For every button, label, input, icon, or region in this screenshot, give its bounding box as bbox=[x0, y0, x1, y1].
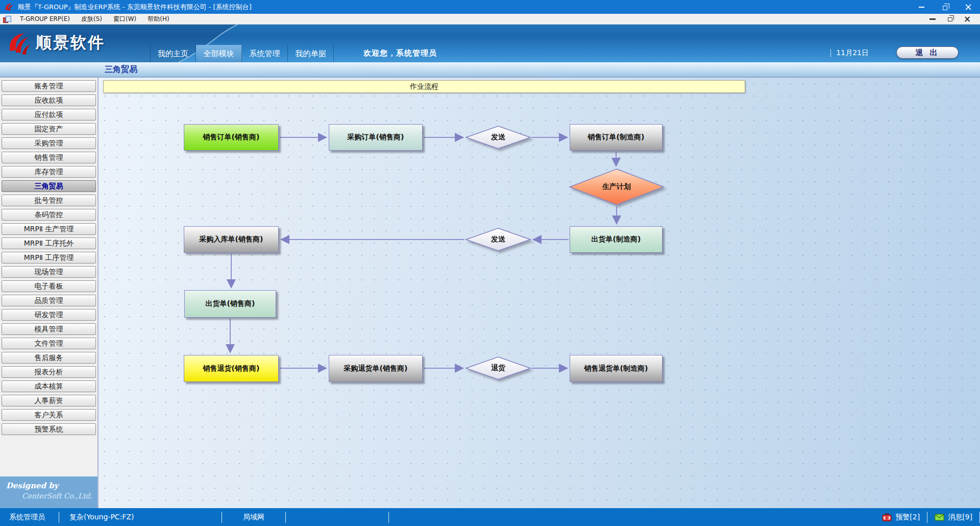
window-restore-button[interactable] bbox=[933, 0, 957, 14]
flow-node-production-plan[interactable]: 生产计划 bbox=[569, 169, 664, 205]
date-display: 11月21日 bbox=[830, 49, 869, 58]
status-empty-segment bbox=[286, 512, 389, 523]
minimize-icon bbox=[919, 7, 924, 8]
close-icon: × bbox=[964, 2, 972, 12]
date-text: 11月21日 bbox=[836, 49, 869, 58]
tab-my-documents[interactable]: 我的单据 bbox=[288, 45, 334, 62]
flow-node-purchase-receipt-seller[interactable]: 采购入库单(销售商) bbox=[184, 226, 279, 253]
status-message-label: 消息[9] bbox=[948, 513, 972, 522]
mdi-minimize-button[interactable] bbox=[924, 14, 941, 24]
menu-skin[interactable]: 皮肤(S) bbox=[76, 14, 108, 24]
status-message-button[interactable]: 消息[9] bbox=[927, 512, 980, 523]
sidebar-item-16[interactable]: 品质管理 bbox=[2, 295, 96, 306]
status-machine: 复杂(Young-PC:FZ) bbox=[59, 512, 222, 523]
flow-node-return-1[interactable]: 退货 bbox=[465, 356, 531, 380]
window-minimize-button[interactable] bbox=[910, 0, 933, 14]
status-alert-button[interactable]: 预警[2] bbox=[875, 512, 927, 523]
flow-node-sales-return-manufacturer[interactable]: 销售退货单(制造商) bbox=[570, 355, 663, 382]
sidebar-item-1[interactable]: 账务管理 bbox=[2, 80, 96, 92]
mdi-close-button[interactable]: × bbox=[959, 14, 976, 24]
credit-line-2: CenterSoft Co.,Ltd. bbox=[0, 492, 97, 500]
envelope-icon bbox=[935, 514, 944, 521]
sidebar-item-8[interactable]: 三角贸易 bbox=[2, 180, 96, 192]
flow-node-label: 销售订单(销售商) bbox=[203, 133, 260, 142]
brand-swoosh-icon bbox=[7, 31, 32, 55]
menu-window[interactable]: 窗口(W) bbox=[108, 14, 142, 24]
flow-node-label: 出货单(制造商) bbox=[592, 235, 641, 244]
status-user: 系统管理员 bbox=[0, 512, 59, 523]
tab-my-home[interactable]: 我的主页 bbox=[150, 45, 196, 62]
brand-logo: 顺景软件 bbox=[7, 31, 105, 55]
flow-node-label: 销售退货(销售商) bbox=[203, 364, 260, 373]
menu-tgroup-erp[interactable]: T-GROUP ERP(E) bbox=[14, 14, 76, 24]
flow-node-label: 采购订单(销售商) bbox=[348, 133, 404, 142]
sidebar-item-18[interactable]: 模具管理 bbox=[2, 323, 96, 335]
flow-node-purchase-order-seller[interactable]: 采购订单(销售商) bbox=[329, 124, 423, 151]
window-titlebar: 顺景『T-GROUP』制造业ERP系统 - 东莞顺景软件科技有限公司 - [系统… bbox=[0, 0, 980, 14]
workflow-panel: 作业流程 销售订单(销售商)采购订单(销售商) 发送销售订单(制造商) 生产计划… bbox=[99, 78, 980, 508]
erp-application-window: 顺景『T-GROUP』制造业ERP系统 - 东莞顺景软件科技有限公司 - [系统… bbox=[0, 0, 980, 526]
module-sidebar: 账务管理应收款项应付款项固定资产采购管理销售管理库存管理三角贸易批号管控条码管控… bbox=[0, 78, 99, 508]
sidebar-item-7[interactable]: 库存管理 bbox=[2, 166, 96, 178]
sidebar-item-21[interactable]: 报表分析 bbox=[2, 366, 96, 378]
sidebar-item-25[interactable]: 预警系统 bbox=[2, 423, 96, 435]
sidebar-item-5[interactable]: 采购管理 bbox=[2, 137, 96, 149]
flow-node-label: 采购退货单(销售商) bbox=[344, 364, 408, 373]
flow-node-label: 出货单(销售商) bbox=[206, 299, 255, 308]
breadcrumb: 三角贸易 bbox=[105, 64, 137, 74]
sidebar-item-6[interactable]: 销售管理 bbox=[2, 152, 96, 163]
sidebar-item-14[interactable]: 现场管理 bbox=[2, 266, 96, 278]
content-area: 账务管理应收款项应付款项固定资产采购管理销售管理库存管理三角贸易批号管控条码管控… bbox=[0, 78, 980, 508]
sidebar-item-10[interactable]: 条码管控 bbox=[2, 209, 96, 221]
status-bar: 系统管理员 复杂(Young-PC:FZ) 局域网 预警[2] bbox=[0, 508, 980, 526]
sidebar-item-9[interactable]: 批号管控 bbox=[2, 195, 96, 206]
flow-node-sales-return-seller[interactable]: 销售退货(销售商) bbox=[184, 355, 279, 382]
status-filler bbox=[389, 512, 875, 523]
sidebar-item-2[interactable]: 应收款项 bbox=[2, 94, 96, 106]
flow-node-label: 生产计划 bbox=[569, 169, 664, 205]
restore-icon bbox=[943, 6, 947, 10]
first-aid-kit-icon bbox=[882, 513, 892, 521]
tab-all-modules[interactable]: 全部模块 bbox=[196, 45, 242, 62]
flow-node-send-1[interactable]: 发送 bbox=[465, 126, 531, 149]
window-close-button[interactable]: × bbox=[957, 0, 980, 14]
menu-bar: T-GROUP ERP(E)皮肤(S)窗口(W)帮助(H) × bbox=[0, 14, 980, 25]
sidebar-item-24[interactable]: 客户关系 bbox=[2, 409, 96, 421]
sidebar-item-13[interactable]: MRPⅡ 工序管理 bbox=[2, 252, 96, 264]
flow-node-sales-order-seller[interactable]: 销售订单(销售商) bbox=[184, 124, 279, 151]
flow-node-shipment-seller[interactable]: 出货单(销售商) bbox=[184, 290, 276, 318]
flow-node-shipment-manufacturer[interactable]: 出货单(制造商) bbox=[570, 226, 663, 253]
sidebar-item-17[interactable]: 研发管理 bbox=[2, 309, 96, 321]
mdi-restore-button[interactable] bbox=[941, 14, 959, 24]
flow-node-label: 发送 bbox=[465, 228, 531, 251]
mdi-window-controls: × bbox=[924, 14, 980, 24]
minimize-icon bbox=[929, 18, 936, 20]
sidebar-item-22[interactable]: 成本核算 bbox=[2, 380, 96, 392]
sidebar-item-3[interactable]: 应付款项 bbox=[2, 109, 96, 121]
flow-node-purchase-return-seller[interactable]: 采购退货单(销售商) bbox=[329, 355, 423, 382]
status-network: 局域网 bbox=[222, 512, 286, 523]
flow-node-label: 销售退货单(制造商) bbox=[584, 364, 648, 373]
sidebar-item-12[interactable]: MRPⅡ 工序托外 bbox=[2, 237, 96, 249]
sidebar-item-19[interactable]: 文件管理 bbox=[2, 338, 96, 349]
tab-system-management[interactable]: 系统管理 bbox=[242, 45, 288, 62]
flow-node-label: 退货 bbox=[465, 356, 531, 380]
date-separator bbox=[830, 49, 831, 57]
designer-credit: Designed by CenterSoft Co.,Ltd. bbox=[0, 476, 97, 508]
menu-help[interactable]: 帮助(H) bbox=[142, 14, 175, 24]
sidebar-item-11[interactable]: MRPⅡ 生产管理 bbox=[2, 223, 96, 235]
sidebar-item-4[interactable]: 固定资产 bbox=[2, 123, 96, 135]
restore-icon bbox=[948, 17, 952, 21]
flow-node-sales-order-manufacturer[interactable]: 销售订单(制造商) bbox=[570, 124, 663, 151]
status-alert-label: 预警[2] bbox=[895, 513, 920, 522]
app-header: 顺景软件 我的主页全部模块系统管理我的单据 欢迎您，系统管理员 11月21日 退… bbox=[0, 25, 980, 62]
sidebar-item-20[interactable]: 售后服务 bbox=[2, 352, 96, 364]
sidebar-item-23[interactable]: 人事薪资 bbox=[2, 395, 96, 407]
mdi-child-icon bbox=[3, 16, 10, 22]
sidebar-item-15[interactable]: 电子看板 bbox=[2, 280, 96, 292]
workflow-title-banner: 作业流程 bbox=[103, 80, 745, 93]
flow-node-send-2[interactable]: 发送 bbox=[465, 228, 531, 251]
flow-node-label: 销售订单(制造商) bbox=[588, 133, 645, 142]
exit-button[interactable]: 退 出 bbox=[896, 46, 959, 59]
credit-line-1: Designed by bbox=[0, 476, 97, 490]
